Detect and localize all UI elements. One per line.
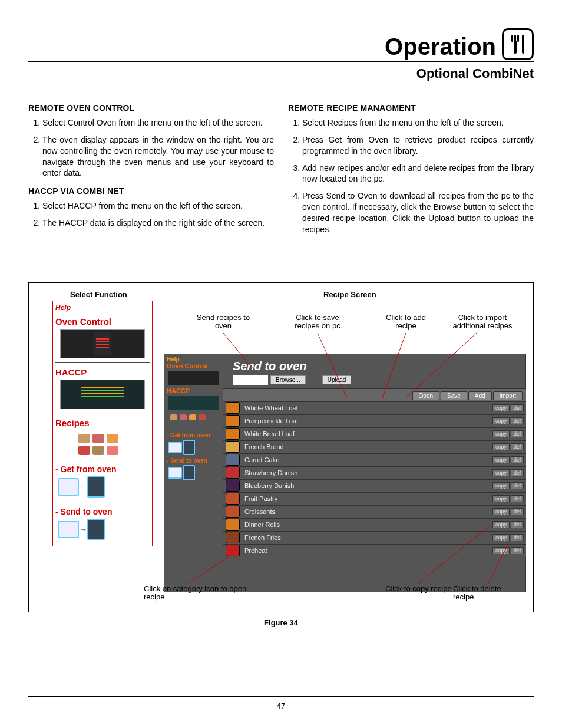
delete-button[interactable]: del: [511, 508, 524, 515]
copy-button[interactable]: copy: [492, 443, 510, 450]
copy-button[interactable]: copy: [492, 521, 510, 528]
callout-import: Click to import additional recipes: [441, 314, 524, 331]
recipe-row[interactable]: Pumpernickle Loafcopydel: [223, 415, 526, 428]
panel-send-icon: [168, 465, 220, 480]
recipe-name: Pumpernickle Loaf: [242, 417, 491, 424]
delete-button[interactable]: del: [511, 521, 524, 528]
panel-get-icon: [168, 440, 220, 455]
svg-rect-4: [522, 35, 524, 54]
recipe-category-icon[interactable]: [226, 402, 240, 414]
callout-save-on-pc: Click to save recipes on pc: [288, 314, 347, 331]
panel-haccp[interactable]: HACCP: [167, 387, 220, 394]
recipe-row[interactable]: White Bread Loafcopydel: [223, 428, 526, 441]
panel-get-from-oven[interactable]: - Get from oven: [167, 432, 220, 439]
instruction: Press Get from Oven to retrieve product …: [302, 134, 534, 157]
upload-button[interactable]: Upload: [322, 375, 352, 384]
toolbar-add-button[interactable]: Add: [468, 391, 492, 400]
svg-rect-3: [514, 41, 517, 54]
recipe-row[interactable]: Strawberry Danishcopydel: [223, 467, 526, 480]
recipe-row[interactable]: Croissantscopydel: [223, 506, 526, 519]
toolbar-open-button[interactable]: Open: [412, 391, 439, 400]
delete-button[interactable]: del: [511, 482, 524, 489]
recipe-name: Blueberry Danish: [242, 482, 491, 489]
recipe-row[interactable]: Whole Wheat Loafcopydel: [223, 402, 526, 415]
recipe-category-icon[interactable]: [226, 428, 240, 440]
browse-button[interactable]: Browse...: [270, 375, 306, 384]
delete-button[interactable]: del: [511, 456, 524, 463]
panel-title: Send to oven: [223, 354, 526, 375]
menu-get-from-oven[interactable]: - Get from oven: [55, 465, 150, 474]
recipe-category-icon[interactable]: [226, 441, 240, 453]
recipe-category-icon[interactable]: [226, 454, 240, 466]
recipe-name: Croissants: [242, 508, 491, 515]
recipe-row[interactable]: Carrot Cakecopydel: [223, 454, 526, 467]
delete-button[interactable]: del: [511, 404, 524, 411]
recipe-category-icon[interactable]: [226, 493, 240, 505]
recipe-screen-panel: Help Oven Control HACCP - Get from oven …: [164, 354, 526, 592]
recipe-category-icon[interactable]: [226, 545, 240, 556]
recipe-row[interactable]: French Friescopydel: [223, 532, 526, 545]
utensil-icon: [502, 28, 534, 60]
menu-haccp[interactable]: HACCP: [55, 367, 150, 377]
panel-help-link[interactable]: Help: [167, 356, 220, 363]
delete-button[interactable]: del: [511, 495, 524, 502]
recipe-name: White Bread Loaf: [242, 430, 491, 437]
figure-34: Select Function Recipe Screen Help Oven …: [28, 282, 534, 612]
heading-haccp: HACCP VIA COMBI NET: [28, 186, 274, 197]
instruction: The oven display appears in the window o…: [42, 134, 274, 179]
label-recipe-screen: Recipe Screen: [323, 290, 376, 299]
toolbar-save-button[interactable]: Save: [441, 391, 467, 400]
delete-button[interactable]: del: [511, 469, 524, 476]
page-subtitle: Optional CombiNet: [28, 66, 534, 81]
copy-button[interactable]: copy: [492, 482, 510, 489]
copy-button[interactable]: copy: [492, 430, 510, 437]
recipe-category-icon[interactable]: [226, 532, 240, 543]
recipe-row[interactable]: Blueberry Danishcopydel: [223, 480, 526, 493]
panel-oven-control[interactable]: Oven Control: [167, 363, 220, 370]
panel-send-to-oven[interactable]: - Send to oven: [167, 457, 220, 464]
file-path-input[interactable]: [233, 375, 268, 385]
delete-button[interactable]: del: [511, 430, 524, 437]
recipe-category-icon[interactable]: [226, 519, 240, 531]
figure-label: Figure 34: [28, 618, 534, 627]
callout-send-to-oven: Send recipes to oven: [194, 314, 253, 331]
panel-sidebar: Help Oven Control HACCP - Get from oven …: [164, 354, 223, 592]
recipe-row[interactable]: Dinner Rollscopydel: [223, 519, 526, 532]
menu-send-to-oven[interactable]: - Send to oven: [55, 507, 150, 516]
copy-button[interactable]: copy: [492, 417, 510, 424]
instruction: Press Send to Oven to download all recip…: [302, 190, 534, 235]
recipe-category-icon[interactable]: [226, 467, 240, 479]
copy-button[interactable]: copy: [492, 508, 510, 515]
recipe-row[interactable]: Fruit Pastrycopydel: [223, 493, 526, 506]
recipe-name: Preheat: [242, 547, 491, 554]
recipe-category-icon[interactable]: [226, 480, 240, 492]
delete-button[interactable]: del: [511, 534, 524, 541]
menu-recipes[interactable]: Recipes: [55, 418, 150, 428]
recipe-row[interactable]: French Breadcopydel: [223, 441, 526, 454]
recipe-name: Strawberry Danish: [242, 469, 491, 476]
toolbar-import-button[interactable]: Import: [493, 391, 523, 400]
copy-button[interactable]: copy: [492, 495, 510, 502]
delete-button[interactable]: del: [511, 443, 524, 450]
page-number: 47: [28, 696, 534, 710]
delete-button[interactable]: del: [511, 417, 524, 424]
copy-button[interactable]: copy: [492, 534, 510, 541]
instruction: Select HACCP from the menu on the left o…: [42, 200, 274, 212]
svg-rect-2: [517, 35, 519, 42]
get-from-oven-icon: ←: [58, 476, 147, 498]
copy-button[interactable]: copy: [492, 456, 510, 463]
function-menu: Help Oven Control HACCP Recipes - Get fr…: [52, 301, 153, 546]
copy-button[interactable]: copy: [492, 404, 510, 411]
callout-copy-recipe: Click to copy recipe: [385, 585, 456, 593]
copy-button[interactable]: copy: [492, 469, 510, 476]
recipe-category-icon[interactable]: [226, 415, 240, 427]
svg-rect-0: [511, 35, 513, 42]
recipe-name: Dinner Rolls: [242, 521, 491, 528]
menu-oven-control[interactable]: Oven Control: [55, 317, 150, 327]
copy-button[interactable]: copy: [492, 547, 510, 554]
recipe-name: Fruit Pastry: [242, 495, 491, 502]
help-link[interactable]: Help: [55, 304, 150, 312]
recipe-category-icon[interactable]: [226, 506, 240, 518]
recipe-row[interactable]: Preheatcopydel: [223, 545, 526, 557]
delete-button[interactable]: del: [511, 547, 524, 554]
